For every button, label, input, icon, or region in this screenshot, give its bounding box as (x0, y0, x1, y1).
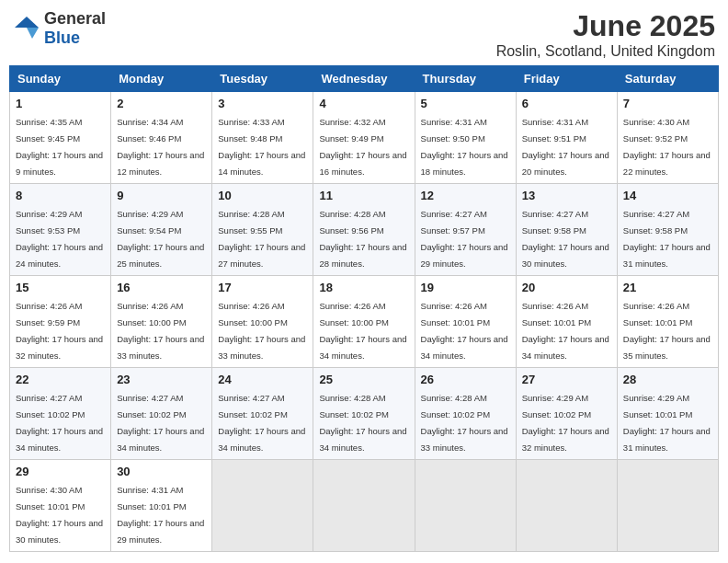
day-number: 19 (421, 281, 510, 294)
calendar-week-row: 22 Sunrise: 4:27 AMSunset: 10:02 PMDayli… (10, 368, 719, 460)
calendar-cell: 10 Sunrise: 4:28 AMSunset: 9:55 PMDaylig… (212, 184, 313, 276)
day-number: 16 (117, 281, 206, 294)
day-number: 6 (522, 97, 611, 110)
day-detail: Sunrise: 4:28 AMSunset: 9:55 PMDaylight:… (218, 209, 305, 269)
day-number: 7 (623, 97, 712, 110)
weekday-header: Sunday (10, 66, 111, 92)
day-detail: Sunrise: 4:31 AMSunset: 10:01 PMDaylight… (117, 485, 204, 545)
logo-icon (13, 15, 40, 42)
calendar-cell: 23 Sunrise: 4:27 AMSunset: 10:02 PMDayli… (111, 368, 212, 460)
day-number: 28 (623, 373, 712, 386)
calendar-cell: 12 Sunrise: 4:27 AMSunset: 9:57 PMDaylig… (415, 184, 516, 276)
calendar-cell: 17 Sunrise: 4:26 AMSunset: 10:00 PMDayli… (212, 276, 313, 368)
day-number: 26 (421, 373, 510, 386)
calendar-week-row: 8 Sunrise: 4:29 AMSunset: 9:53 PMDayligh… (10, 184, 719, 276)
calendar-cell: 22 Sunrise: 4:27 AMSunset: 10:02 PMDayli… (10, 368, 111, 460)
calendar-cell: 8 Sunrise: 4:29 AMSunset: 9:53 PMDayligh… (10, 184, 111, 276)
day-number: 1 (16, 97, 105, 110)
svg-marker-0 (15, 17, 39, 28)
calendar-cell: 29 Sunrise: 4:30 AMSunset: 10:01 PMDayli… (10, 460, 111, 552)
calendar-cell: 24 Sunrise: 4:27 AMSunset: 10:02 PMDayli… (212, 368, 313, 460)
calendar-cell: 19 Sunrise: 4:26 AMSunset: 10:01 PMDayli… (415, 276, 516, 368)
day-number: 15 (16, 281, 105, 294)
day-detail: Sunrise: 4:29 AMSunset: 9:53 PMDaylight:… (16, 209, 103, 269)
day-detail: Sunrise: 4:28 AMSunset: 10:02 PMDaylight… (319, 393, 406, 453)
weekday-header: Friday (516, 66, 617, 92)
day-detail: Sunrise: 4:26 AMSunset: 10:00 PMDaylight… (117, 301, 204, 361)
day-number: 2 (117, 97, 206, 110)
title-area: June 2025 Roslin, Scotland, United Kingd… (496, 9, 715, 60)
calendar-table: SundayMondayTuesdayWednesdayThursdayFrid… (9, 65, 719, 552)
day-detail: Sunrise: 4:27 AMSunset: 10:02 PMDaylight… (218, 393, 305, 453)
calendar-cell: 1 Sunrise: 4:35 AMSunset: 9:45 PMDayligh… (10, 92, 111, 184)
weekday-header: Tuesday (212, 66, 313, 92)
logo-blue: Blue (44, 29, 80, 47)
svg-marker-1 (27, 28, 39, 39)
calendar-cell: 7 Sunrise: 4:30 AMSunset: 9:52 PMDayligh… (617, 92, 718, 184)
day-number: 13 (522, 189, 611, 202)
day-number: 30 (117, 465, 206, 478)
day-number: 25 (319, 373, 408, 386)
calendar-cell: 2 Sunrise: 4:34 AMSunset: 9:46 PMDayligh… (111, 92, 212, 184)
weekday-header: Monday (111, 66, 212, 92)
day-detail: Sunrise: 4:29 AMSunset: 9:54 PMDaylight:… (117, 209, 204, 269)
calendar-header-row: SundayMondayTuesdayWednesdayThursdayFrid… (10, 66, 719, 92)
day-detail: Sunrise: 4:31 AMSunset: 9:50 PMDaylight:… (421, 117, 508, 177)
calendar-cell (313, 460, 415, 552)
day-number: 29 (16, 465, 105, 478)
calendar-cell: 26 Sunrise: 4:28 AMSunset: 10:02 PMDayli… (415, 368, 516, 460)
day-detail: Sunrise: 4:32 AMSunset: 9:49 PMDaylight:… (319, 117, 406, 177)
page-header: General Blue June 2025 Roslin, Scotland,… (9, 9, 719, 60)
calendar-cell (516, 460, 617, 552)
day-number: 18 (319, 281, 408, 294)
day-detail: Sunrise: 4:27 AMSunset: 10:02 PMDaylight… (117, 393, 204, 453)
calendar-cell: 13 Sunrise: 4:27 AMSunset: 9:58 PMDaylig… (516, 184, 617, 276)
calendar-cell: 27 Sunrise: 4:29 AMSunset: 10:02 PMDayli… (516, 368, 617, 460)
calendar-cell: 3 Sunrise: 4:33 AMSunset: 9:48 PMDayligh… (212, 92, 313, 184)
day-number: 14 (623, 189, 712, 202)
month-title: June 2025 (496, 9, 715, 43)
day-detail: Sunrise: 4:30 AMSunset: 10:01 PMDaylight… (16, 485, 103, 545)
day-number: 20 (522, 281, 611, 294)
day-number: 23 (117, 373, 206, 386)
day-number: 17 (218, 281, 307, 294)
calendar-cell: 18 Sunrise: 4:26 AMSunset: 10:00 PMDayli… (313, 276, 415, 368)
calendar-cell: 30 Sunrise: 4:31 AMSunset: 10:01 PMDayli… (111, 460, 212, 552)
day-detail: Sunrise: 4:28 AMSunset: 9:56 PMDaylight:… (319, 209, 406, 269)
day-number: 11 (319, 189, 408, 202)
day-detail: Sunrise: 4:28 AMSunset: 10:02 PMDaylight… (421, 393, 508, 453)
day-number: 22 (16, 373, 105, 386)
calendar-cell: 4 Sunrise: 4:32 AMSunset: 9:49 PMDayligh… (313, 92, 415, 184)
day-detail: Sunrise: 4:34 AMSunset: 9:46 PMDaylight:… (117, 117, 204, 177)
day-detail: Sunrise: 4:27 AMSunset: 9:58 PMDaylight:… (522, 209, 609, 269)
calendar-week-row: 29 Sunrise: 4:30 AMSunset: 10:01 PMDayli… (10, 460, 719, 552)
weekday-header: Thursday (415, 66, 516, 92)
day-detail: Sunrise: 4:26 AMSunset: 10:01 PMDaylight… (522, 301, 609, 361)
logo-general: General (44, 9, 106, 28)
weekday-header: Wednesday (313, 66, 415, 92)
calendar-cell (617, 460, 718, 552)
day-detail: Sunrise: 4:27 AMSunset: 9:57 PMDaylight:… (421, 209, 508, 269)
calendar-cell: 15 Sunrise: 4:26 AMSunset: 9:59 PMDaylig… (10, 276, 111, 368)
day-number: 9 (117, 189, 206, 202)
day-detail: Sunrise: 4:27 AMSunset: 10:02 PMDaylight… (16, 393, 103, 453)
calendar-cell (212, 460, 313, 552)
day-detail: Sunrise: 4:26 AMSunset: 10:01 PMDaylight… (623, 301, 711, 361)
calendar-cell (415, 460, 516, 552)
day-detail: Sunrise: 4:26 AMSunset: 9:59 PMDaylight:… (16, 301, 103, 361)
day-number: 5 (421, 97, 510, 110)
day-number: 10 (218, 189, 307, 202)
day-number: 21 (623, 281, 712, 294)
day-detail: Sunrise: 4:35 AMSunset: 9:45 PMDaylight:… (16, 117, 103, 177)
day-detail: Sunrise: 4:30 AMSunset: 9:52 PMDaylight:… (623, 117, 711, 177)
day-detail: Sunrise: 4:31 AMSunset: 9:51 PMDaylight:… (522, 117, 609, 177)
day-detail: Sunrise: 4:33 AMSunset: 9:48 PMDaylight:… (218, 117, 305, 177)
day-number: 4 (319, 97, 408, 110)
logo: General Blue (13, 9, 106, 48)
day-detail: Sunrise: 4:26 AMSunset: 10:00 PMDaylight… (319, 301, 406, 361)
calendar-cell: 28 Sunrise: 4:29 AMSunset: 10:01 PMDayli… (617, 368, 718, 460)
calendar-week-row: 15 Sunrise: 4:26 AMSunset: 9:59 PMDaylig… (10, 276, 719, 368)
day-number: 27 (522, 373, 611, 386)
calendar-week-row: 1 Sunrise: 4:35 AMSunset: 9:45 PMDayligh… (10, 92, 719, 184)
calendar-cell: 16 Sunrise: 4:26 AMSunset: 10:00 PMDayli… (111, 276, 212, 368)
